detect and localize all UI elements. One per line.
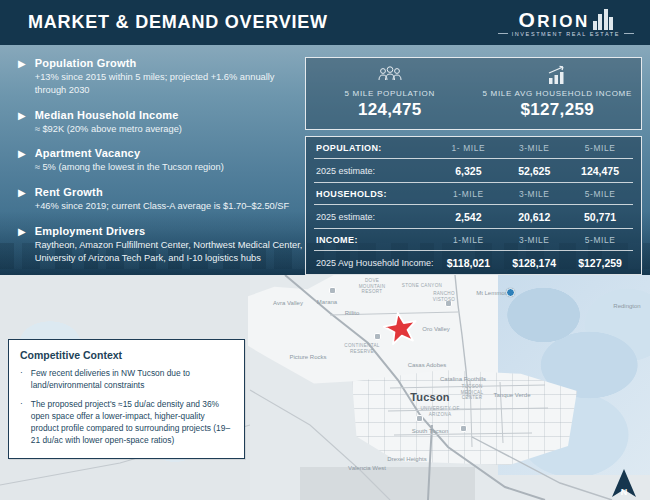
table-cell: 5-MILE bbox=[567, 137, 633, 159]
stat-label: 5 MILE POPULATION bbox=[310, 89, 470, 98]
orion-logo: ORION INVESTMENT REAL ESTATE bbox=[498, 9, 634, 37]
competitive-context-box: Competitive Context · Few recent deliver… bbox=[8, 339, 245, 459]
triangle-bullet-icon: ▶ bbox=[18, 109, 26, 136]
table-cell: 3-MILE bbox=[501, 183, 567, 205]
context-item: · The proposed project's ≈15 du/ac densi… bbox=[20, 399, 233, 447]
map-place-label: Rancho Vistoso bbox=[423, 291, 465, 302]
list-item: ▶ Employment Drivers Raytheon, Amazon Fu… bbox=[18, 225, 304, 265]
table-cell: 1-MILE bbox=[435, 229, 501, 251]
map-place-label: Rillito bbox=[345, 310, 360, 316]
map-place-label: Casas Adobes bbox=[408, 362, 447, 368]
logo-name: ORION bbox=[518, 9, 589, 30]
table-cell: $128,174 bbox=[501, 251, 567, 275]
table-row: 2025 estimate: 6,325 52,625 124,475 bbox=[314, 159, 633, 183]
table-cell: 124,475 bbox=[567, 159, 633, 183]
bullet-body: ≈ $92K (20% above metro average) bbox=[35, 123, 182, 136]
context-item: · Few recent deliveries in NW Tucson due… bbox=[20, 368, 233, 392]
income-growth-chart-icon bbox=[478, 64, 638, 86]
bullet-body: Raytheon, Amazon Fulfillment Center, Nor… bbox=[35, 239, 304, 265]
stat-income: 5 MILE AVG HOUSEHOLD INCOME $127,259 bbox=[474, 58, 642, 129]
buildings-icon bbox=[593, 9, 614, 30]
table-cell: POPULATION: bbox=[314, 137, 435, 159]
map-place-label: Tucson Medical Center bbox=[451, 384, 493, 401]
table-cell: $118,021 bbox=[435, 251, 501, 275]
population-people-icon bbox=[310, 64, 470, 86]
table-cell: 20,612 bbox=[501, 205, 567, 229]
table-cell: 50,771 bbox=[567, 205, 633, 229]
table-cell: 52,625 bbox=[501, 159, 567, 183]
list-item: ▶ Rent Growth +46% since 2019; current C… bbox=[18, 186, 304, 213]
table-row: INCOME: 1-MILE 3-MILE 5-MILE bbox=[314, 229, 633, 251]
stat-population: 5 MILE POPULATION 124,475 bbox=[306, 58, 474, 129]
bullet-body: +46% since 2019; current Class-A average… bbox=[35, 200, 290, 213]
bullet-title: Population Growth bbox=[35, 57, 304, 69]
table-row: POPULATION: 1- MILE 3-MILE 5-MILE bbox=[314, 137, 633, 159]
map-place-label: Picture Rocks bbox=[289, 354, 326, 360]
map-place-label: Drexel Heights bbox=[387, 456, 426, 462]
stat-value: $127,259 bbox=[478, 100, 638, 120]
table-cell: 1-MILE bbox=[435, 183, 501, 205]
table-cell: HOUSEHOLDS: bbox=[314, 183, 435, 205]
table-cell: 2025 estimate: bbox=[314, 205, 435, 229]
table-cell: 5-MILE bbox=[567, 183, 633, 205]
stat-value: 124,475 bbox=[310, 100, 470, 120]
table-cell: 2025 Avg Household Income: bbox=[314, 251, 435, 275]
map-place-label: Marana bbox=[317, 299, 337, 305]
dot-bullet-icon: · bbox=[20, 399, 23, 447]
bullet-title: Rent Growth bbox=[35, 186, 290, 198]
hero-section: ▶ Population Growth +13% since 2015 with… bbox=[0, 45, 650, 275]
demographics-panel: 5 MILE POPULATION 124,475 5 MILE AVG HO bbox=[305, 57, 642, 275]
highway-shield-icon bbox=[374, 333, 381, 340]
table-cell: 2,542 bbox=[435, 205, 501, 229]
table-cell: 5-MILE bbox=[567, 229, 633, 251]
triangle-bullet-icon: ▶ bbox=[18, 147, 26, 174]
market-bullet-list: ▶ Population Growth +13% since 2015 with… bbox=[18, 57, 304, 277]
map-place-label: Tanque Verde bbox=[493, 392, 530, 398]
map-place-label: Catalina Foothills bbox=[440, 376, 486, 382]
map-place-label: Dove Mountain Resort bbox=[351, 278, 393, 295]
mt-lemmon-marker-icon bbox=[506, 288, 515, 297]
map-place-label: Stone Canyon bbox=[401, 283, 443, 289]
map-place-label: Valencia West bbox=[348, 465, 386, 471]
header-bar: MARKET & DEMAND OVERVIEW ORION INVESTMEN… bbox=[0, 0, 650, 45]
map-place-label: Tucson bbox=[410, 391, 450, 403]
table-row: 2025 estimate: 2,542 20,612 50,771 bbox=[314, 205, 633, 229]
map-place-label: Redington bbox=[613, 303, 640, 309]
compass-letter: N bbox=[621, 487, 628, 497]
bullet-body: +13% since 2015 within 5 miles; projecte… bbox=[35, 71, 304, 97]
highway-shield-icon bbox=[329, 287, 336, 294]
map-place-label: Continental Reserve bbox=[341, 343, 383, 354]
logo-tagline: INVESTMENT REAL ESTATE bbox=[512, 31, 620, 37]
bullet-body: ≈ 5% (among the lowest in the Tucson reg… bbox=[35, 161, 224, 174]
table-cell: 2025 estimate: bbox=[314, 159, 435, 183]
triangle-bullet-icon: ▶ bbox=[18, 186, 26, 213]
demographics-table: POPULATION: 1- MILE 3-MILE 5-MILE 2025 e… bbox=[305, 136, 642, 275]
map-place-label: South Tucson bbox=[412, 428, 449, 434]
table-cell: 6,325 bbox=[435, 159, 501, 183]
stat-label: 5 MILE AVG HOUSEHOLD INCOME bbox=[478, 89, 638, 98]
map-place-label: Avra Valley bbox=[273, 300, 303, 306]
triangle-bullet-icon: ▶ bbox=[18, 225, 26, 265]
table-cell: 3-MILE bbox=[501, 137, 567, 159]
north-compass-icon: N bbox=[610, 468, 638, 500]
table-cell: 3-MILE bbox=[501, 229, 567, 251]
table-row: 2025 Avg Household Income: $118,021 $128… bbox=[314, 251, 633, 275]
stat-cards: 5 MILE POPULATION 124,475 5 MILE AVG HO bbox=[305, 57, 642, 130]
list-item: ▶ Apartment Vacancy ≈ 5% (among the lowe… bbox=[18, 147, 304, 174]
map-place-label: University of Arizona bbox=[419, 406, 461, 417]
triangle-bullet-icon: ▶ bbox=[18, 57, 26, 97]
site-location-star-icon bbox=[380, 308, 422, 354]
context-title: Competitive Context bbox=[20, 349, 233, 361]
bullet-title: Employment Drivers bbox=[35, 225, 304, 237]
context-item-text: The proposed project's ≈15 du/ac density… bbox=[31, 399, 233, 447]
map-place-label: Oro Valley bbox=[422, 326, 450, 332]
dot-bullet-icon: · bbox=[20, 368, 23, 392]
table-cell: $127,259 bbox=[567, 251, 633, 275]
highway-shield-icon bbox=[460, 425, 467, 432]
table-cell: 1- MILE bbox=[435, 137, 501, 159]
map-place-label: Mt Lemmon bbox=[476, 290, 508, 296]
bullet-title: Apartment Vacancy bbox=[35, 147, 224, 159]
slide: MARKET & DEMAND OVERVIEW ORION INVESTMEN… bbox=[0, 0, 650, 500]
table-row: HOUSEHOLDS: 1-MILE 3-MILE 5-MILE bbox=[314, 183, 633, 205]
list-item: ▶ Median Household Income ≈ $92K (20% ab… bbox=[18, 109, 304, 136]
